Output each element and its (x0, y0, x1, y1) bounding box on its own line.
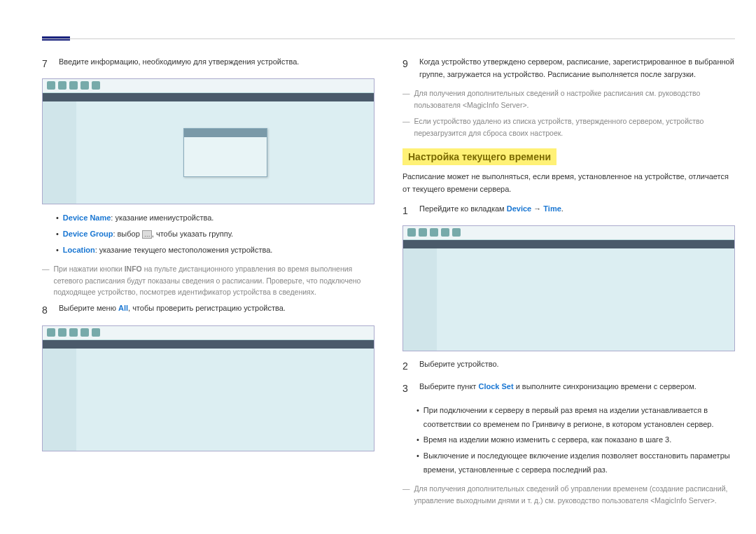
step-number: 9 (402, 56, 412, 80)
screenshot-topbar (403, 226, 734, 240)
screenshot-toolbar (403, 240, 734, 248)
location-label: Location (63, 246, 95, 254)
tab-time: Time (543, 204, 561, 213)
clock-set: Clock Set (478, 382, 513, 391)
screenshot-topbar (43, 326, 374, 340)
info-note-list: При нажатии кнопки INFO на пульте дистан… (42, 263, 374, 298)
screenshot-toolbar (43, 93, 374, 101)
step-9: 9 Когда устройство утверждено сервером, … (402, 56, 735, 80)
page-columns: 7 Введите информацию, необходимую для ут… (42, 56, 735, 510)
screenshot-content (437, 248, 734, 351)
screenshot-approve-dialog (42, 78, 374, 204)
step-number: 8 (42, 302, 52, 318)
left-column: 7 Введите информацию, необходимую для ут… (42, 56, 374, 510)
bullet-location: Location: указание текущего местоположен… (56, 244, 374, 258)
step-number: 3 (402, 381, 412, 396)
step-number: 1 (402, 203, 412, 218)
device-group-label: Device Group (63, 230, 113, 238)
time-notes-bullets: При подключении к серверу в первый раз в… (416, 404, 735, 477)
screenshot-sidebar (43, 349, 76, 451)
device-name-label: Device Name (63, 213, 111, 222)
screenshot-sidebar (43, 101, 76, 204)
screenshot-time-tab (402, 225, 735, 351)
step-text: Перейдите ко вкладкам Device → Time. (419, 203, 735, 218)
screenshot-content (76, 101, 374, 204)
step-8: 8 Выберите меню All, чтобы проверить рег… (42, 302, 374, 318)
step-number: 7 (42, 56, 52, 71)
step-text: Выберите пункт Clock Set и выполните син… (419, 381, 735, 396)
note-time-mgmt: Для получения дополнительных сведений об… (402, 483, 735, 507)
approve-dialog (183, 128, 267, 177)
bullet-device-group: Device Group: выбор , чтобы указать груп… (56, 227, 374, 241)
note-magicinfo: Для получения дополнительных сведений о … (402, 87, 735, 111)
bullet-gmt: При подключении к серверу в первый раз в… (416, 404, 735, 432)
tab-device: Device (507, 204, 531, 213)
bullet-device-name: Device Name: указание имениустройства. (56, 211, 374, 225)
time-management-note: Для получения дополнительных сведений об… (402, 483, 735, 507)
all-menu: All (118, 304, 128, 312)
device-name-text: : указание имениустройства. (111, 213, 214, 222)
device-group-text-b: , чтобы указать группу. (152, 230, 233, 238)
note-device-removed: Если устройство удалено из списка устрой… (402, 115, 735, 139)
notes-after-step9: Для получения дополнительных сведений о … (402, 87, 735, 139)
step-text: Выберите устройство. (419, 358, 735, 374)
bullet-change-server: Время на изделии можно изменить с сервер… (416, 433, 735, 447)
step-number: 2 (402, 358, 412, 374)
bullet-power-cycle: Выключение и последующее включение издел… (416, 449, 735, 477)
step-text: Когда устройство утверждено сервером, ра… (419, 56, 735, 80)
section-desc: Расписание может не выполняться, если вр… (402, 171, 735, 195)
screenshot-content (76, 349, 374, 451)
screenshot-topbar (43, 79, 374, 93)
right-column: 9 Когда устройство утверждено сервером, … (402, 56, 735, 510)
step-3: 3 Выберите пункт Clock Set и выполните с… (402, 381, 735, 396)
step-1: 1 Перейдите ко вкладкам Device → Time. (402, 203, 735, 218)
browse-icon (142, 230, 152, 239)
info-note: При нажатии кнопки INFO на пульте дистан… (42, 263, 374, 298)
screenshot-sidebar (403, 248, 437, 351)
info-prefix: При нажатии кнопки (54, 265, 125, 273)
device-fields-list: Device Name: указание имениустройства. D… (56, 211, 374, 257)
step-2: 2 Выберите устройство. (402, 358, 735, 374)
info-key: INFO (125, 265, 142, 273)
section-title-time: Настройка текущего времени (402, 148, 556, 165)
step-7: 7 Введите информацию, необходимую для ут… (42, 56, 374, 71)
step-text: Введите информацию, необходимую для утве… (59, 56, 374, 71)
device-group-text-a: : выбор (113, 230, 141, 238)
step-text: Выберите меню All, чтобы проверить регис… (59, 302, 374, 318)
screenshot-device-list (42, 325, 374, 451)
location-text: : указание текущего местоположения устро… (95, 246, 273, 254)
screenshot-toolbar (43, 340, 374, 349)
